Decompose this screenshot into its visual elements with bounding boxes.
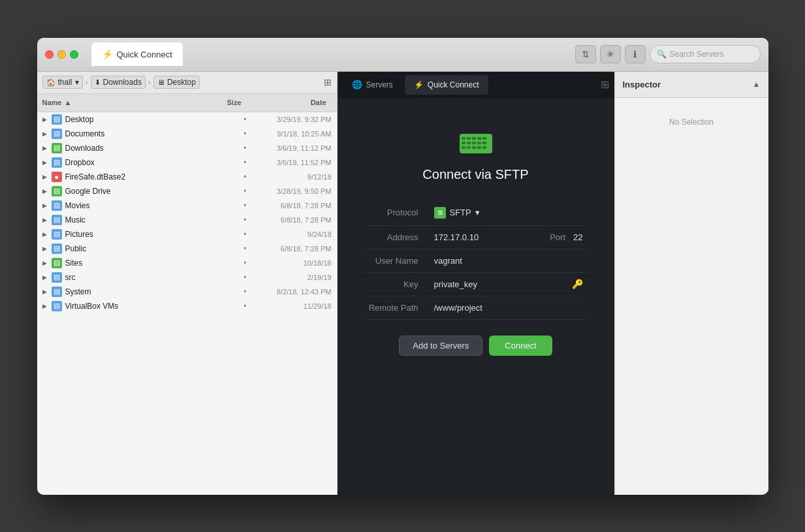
connect-content: Connect via SFTP Protocol ⊞ SFTP ▾ bbox=[338, 98, 614, 495]
file-date: 6/8/18, 7:28 PM bbox=[247, 245, 332, 253]
svg-rect-13 bbox=[472, 146, 476, 149]
asterisk-button[interactable]: ✳ bbox=[600, 45, 621, 63]
close-button[interactable] bbox=[45, 50, 54, 59]
expand-arrow-icon: ▶ bbox=[42, 217, 52, 223]
titlebar: ⚡ Quick Connect ⇅ ✳ ℹ 🔍 Search Servers bbox=[37, 38, 768, 72]
key-value[interactable]: private_key bbox=[434, 279, 477, 289]
address-cell: 172.17.0.10 Port 22 bbox=[429, 225, 588, 249]
breadcrumb-desktop[interactable]: 🖥 Desktop bbox=[153, 76, 200, 89]
tab-grid-icon[interactable]: ⊞ bbox=[601, 78, 609, 91]
file-icon: ▤ bbox=[52, 258, 62, 268]
remote-path-row: Remote Path /www/project bbox=[364, 296, 588, 319]
expand-arrow-icon: ▶ bbox=[42, 131, 52, 137]
list-item[interactable]: ▶▤Desktop•3/29/19, 9:32 PM bbox=[37, 112, 337, 127]
main-area: 🏠 thall ▾ › ⬇ Downloads › 🖥 Desktop ⊞ bbox=[37, 72, 768, 495]
port-value[interactable]: 22 bbox=[573, 232, 582, 242]
expand-arrow-icon: ▶ bbox=[42, 116, 52, 123]
file-size: • bbox=[208, 172, 247, 181]
file-size: • bbox=[208, 144, 247, 153]
info-button[interactable]: ℹ bbox=[625, 45, 646, 63]
breadcrumb-downloads[interactable]: ⬇ Downloads bbox=[91, 76, 146, 89]
buttons-row: Add to Servers Connect bbox=[399, 336, 552, 356]
sort-button[interactable]: ⇅ bbox=[575, 45, 596, 63]
asterisk-icon: ✳ bbox=[607, 49, 614, 59]
list-item[interactable]: ▶▤Sites•10/18/18 bbox=[37, 256, 337, 270]
column-size-label: Size bbox=[202, 99, 242, 106]
chevron-protocol-icon: ▾ bbox=[475, 208, 480, 217]
list-item[interactable]: ▶▤Google Drive•3/28/19, 9:50 PM bbox=[37, 184, 337, 198]
list-item[interactable]: ▶▤Movies•6/8/18, 7:28 PM bbox=[37, 198, 337, 213]
file-icon: ▤ bbox=[52, 129, 62, 139]
protocol-selector[interactable]: ⊞ SFTP ▾ bbox=[434, 207, 583, 219]
file-name: Documents bbox=[65, 129, 208, 138]
list-item[interactable]: ▶▤Pictures•9/24/18 bbox=[37, 227, 337, 242]
file-date: 9/24/18 bbox=[247, 230, 332, 238]
address-port-group: 172.17.0.10 Port 22 bbox=[434, 232, 583, 242]
inspector-title: Inspector bbox=[623, 80, 661, 89]
file-size: • bbox=[208, 244, 247, 253]
list-item[interactable]: ▶▤Downloads•3/6/19, 11:12 PM bbox=[37, 141, 337, 155]
protocol-value[interactable]: ⊞ SFTP ▾ bbox=[429, 200, 588, 226]
breadcrumb-home[interactable]: 🏠 thall ▾ bbox=[42, 76, 83, 89]
list-item[interactable]: ▶▤System•8/2/18, 12:43 PM bbox=[37, 285, 337, 299]
tab-label: Quick Connect bbox=[117, 50, 172, 59]
main-window: ⚡ Quick Connect ⇅ ✳ ℹ 🔍 Search Servers bbox=[37, 38, 768, 495]
svg-rect-12 bbox=[467, 146, 471, 149]
file-size: • bbox=[208, 129, 247, 138]
file-icon: ▤ bbox=[52, 200, 62, 211]
svg-rect-7 bbox=[467, 142, 471, 144]
tab-quick-connect[interactable]: ⚡ Quick Connect bbox=[405, 75, 488, 95]
address-row: Address 172.17.0.10 Port 22 bbox=[364, 225, 588, 249]
bolt-icon-tab: ⚡ bbox=[414, 80, 424, 89]
file-icon: ▤ bbox=[52, 186, 62, 196]
file-date: 10/18/18 bbox=[247, 259, 332, 267]
file-date: 3/28/19, 9:50 PM bbox=[247, 187, 332, 195]
breadcrumb-desktop-label: Desktop bbox=[167, 78, 196, 87]
list-item[interactable]: ▶▤VirtualBox VMs•11/29/18 bbox=[37, 299, 337, 313]
expand-arrow-icon: ▶ bbox=[42, 245, 52, 252]
remote-path-label: Remote Path bbox=[364, 296, 429, 319]
remote-path-value[interactable]: /www/project bbox=[429, 296, 588, 319]
file-date: 9/1/18, 10:25 AM bbox=[247, 130, 332, 138]
file-name: Desktop bbox=[65, 115, 208, 124]
tab-servers[interactable]: 🌐 Servers bbox=[343, 75, 402, 95]
add-to-servers-button[interactable]: Add to Servers bbox=[399, 336, 482, 356]
expand-arrow-icon: ▶ bbox=[42, 188, 52, 195]
connect-button[interactable]: Connect bbox=[489, 336, 552, 356]
file-size: • bbox=[208, 302, 247, 311]
svg-rect-3 bbox=[472, 137, 476, 140]
expand-arrow-icon: ▶ bbox=[42, 231, 52, 238]
inspector-collapse-icon[interactable]: ▲ bbox=[753, 80, 761, 89]
list-item[interactable]: ▶▤Documents•9/1/18, 10:25 AM bbox=[37, 127, 337, 141]
file-icon: ● bbox=[52, 172, 62, 182]
home-icon: 🏠 bbox=[46, 78, 55, 87]
key-cell: private_key 🔑 bbox=[429, 272, 588, 296]
list-item[interactable]: ▶●FireSafe.dtBase2•9/12/18 bbox=[37, 170, 337, 184]
maximize-button[interactable] bbox=[70, 50, 78, 59]
file-size: • bbox=[208, 201, 247, 210]
center-tabs: 🌐 Servers ⚡ Quick Connect ⊞ bbox=[338, 72, 614, 98]
search-bar[interactable]: 🔍 Search Servers bbox=[650, 45, 761, 63]
expand-arrow-icon: ▶ bbox=[42, 274, 52, 281]
address-label: Address bbox=[364, 225, 429, 249]
username-value[interactable]: vagrant bbox=[429, 249, 588, 272]
list-item[interactable]: ▶▤Music•6/8/18, 7:28 PM bbox=[37, 213, 337, 227]
tab-servers-label: Servers bbox=[366, 80, 393, 89]
expand-arrow-icon: ▶ bbox=[42, 303, 52, 309]
grid-view-icon[interactable]: ⊞ bbox=[324, 77, 332, 87]
file-list-header: Name ▲ Size Date bbox=[37, 94, 337, 112]
titlebar-right: ⇅ ✳ ℹ 🔍 Search Servers bbox=[575, 45, 761, 63]
svg-rect-2 bbox=[467, 137, 471, 140]
active-tab[interactable]: ⚡ Quick Connect bbox=[91, 42, 183, 66]
svg-rect-6 bbox=[462, 142, 466, 144]
sftp-protocol-icon: ⊞ bbox=[434, 207, 446, 219]
file-icon: ▤ bbox=[52, 215, 62, 225]
list-item[interactable]: ▶▤Public•6/8/18, 7:28 PM bbox=[37, 242, 337, 256]
minimize-button[interactable] bbox=[57, 50, 66, 59]
list-item[interactable]: ▶▤src•2/19/19 bbox=[37, 270, 337, 285]
address-input[interactable]: 172.17.0.10 bbox=[434, 232, 543, 242]
breadcrumb-downloads-label: Downloads bbox=[103, 78, 142, 87]
file-name: System bbox=[65, 287, 208, 296]
protocol-text: SFTP bbox=[450, 208, 471, 217]
list-item[interactable]: ▶▤Dropbox•3/6/19, 11:52 PM bbox=[37, 155, 337, 170]
